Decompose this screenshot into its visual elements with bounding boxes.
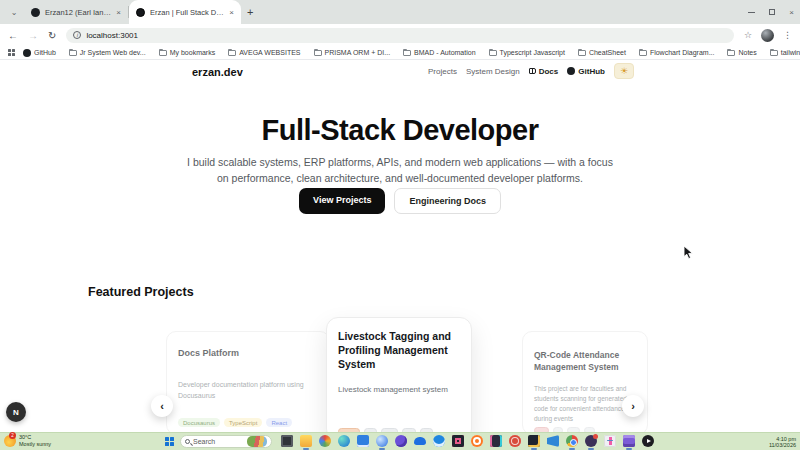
folder-icon: [727, 50, 735, 56]
bookmark-folder-typescript[interactable]: Typescript Javascript: [489, 49, 565, 56]
tag-pill: [381, 428, 398, 432]
taskbar-icon-teams[interactable]: [490, 435, 502, 447]
taskbar: 2 30°C Mostly sunny Search: [0, 432, 800, 450]
reload-button[interactable]: ↻: [48, 30, 56, 41]
carousel-prev-button[interactable]: ‹: [151, 395, 173, 417]
tab-github[interactable]: Erzan12 (Earl Ian Do) ×: [24, 0, 128, 24]
bookmark-label: GitHub: [34, 49, 56, 56]
taskbar-icon-file-explorer[interactable]: [300, 435, 312, 447]
taskbar-search-box[interactable]: Search: [180, 435, 272, 448]
bookmark-label: AVEGA WEBSITES: [239, 49, 300, 56]
bookmark-folder-my-bookmarks[interactable]: My bookmarks: [159, 49, 216, 56]
search-highlight-image: [247, 436, 267, 447]
taskbar-clock[interactable]: 4:10 pm 11/03/2026: [769, 436, 796, 450]
bookmark-label: Typescript Javascript: [500, 49, 565, 56]
profile-avatar[interactable]: [761, 29, 774, 42]
taskbar-icon-people[interactable]: [433, 435, 445, 447]
view-projects-button[interactable]: View Projects: [299, 188, 385, 214]
hero-title: Full-Stack Developer: [0, 114, 800, 147]
taskbar-icon-microsoft-store[interactable]: [357, 435, 369, 447]
engineering-docs-button[interactable]: Engineering Docs: [394, 188, 501, 214]
bookmark-folder-cheatsheet[interactable]: CheatSheet: [578, 49, 626, 56]
tab-search-chevron-icon[interactable]: ⌄: [6, 4, 22, 20]
project-card-docs-platform[interactable]: Docs Platform Developer documentation pl…: [166, 331, 330, 432]
forward-button[interactable]: →: [28, 30, 38, 41]
bookmark-folder-notes[interactable]: Notes: [727, 49, 756, 56]
featured-projects-heading: Featured Projects: [88, 285, 194, 299]
minimize-button[interactable]: [748, 12, 755, 13]
bookmark-folder-jr-system[interactable]: Jr System Web dev...: [69, 49, 146, 56]
taskbar-weather-widget[interactable]: 2 30°C Mostly sunny: [4, 434, 51, 448]
taskbar-icon-xampp[interactable]: [471, 435, 483, 447]
site-logo[interactable]: erzan.dev: [192, 66, 243, 78]
bookmark-folder-flowchart[interactable]: Flowchart Diagram...: [639, 49, 715, 56]
maximize-button[interactable]: [769, 9, 775, 15]
bookmarks-bar: GitHub Jr System Web dev... My bookmarks…: [0, 46, 800, 60]
nav-system-design[interactable]: System Design: [466, 67, 520, 76]
theme-toggle-button[interactable]: ☀: [614, 63, 634, 79]
bookmark-github[interactable]: GitHub: [23, 49, 56, 57]
browser-menu-icon[interactable]: ⋮: [783, 30, 792, 40]
nav-github[interactable]: GitHub: [567, 67, 605, 76]
taskbar-icon-photos[interactable]: [452, 435, 464, 447]
book-icon: [529, 68, 536, 74]
card-title: QR-Code Attendance Management System: [534, 350, 637, 374]
back-button[interactable]: ←: [8, 30, 18, 41]
taskbar-icon-health[interactable]: [604, 435, 616, 447]
address-bar[interactable]: i localhost:3001: [66, 28, 734, 43]
taskbar-icon-clipchamp[interactable]: [395, 435, 407, 447]
taskbar-icon-notion[interactable]: [623, 435, 635, 447]
taskbar-icon-chrome[interactable]: [566, 435, 578, 447]
taskbar-icon-opera[interactable]: [509, 435, 521, 447]
tag-pill: [420, 428, 433, 432]
taskbar-icon-copilot[interactable]: [376, 435, 388, 447]
taskbar-icon-designer[interactable]: [319, 435, 331, 447]
clock-date: 11/03/2026: [769, 442, 796, 449]
bookmark-star-icon[interactable]: ☆: [744, 30, 752, 40]
start-button[interactable]: [165, 437, 174, 446]
chat-widget-badge[interactable]: N: [6, 402, 26, 422]
bookmark-folder-prisma[interactable]: PRISMA ORM + DI...: [314, 49, 391, 56]
card-description-line1: Developer documentation platform using: [178, 380, 319, 391]
tag-pill: [364, 428, 377, 432]
bookmark-folder-avega[interactable]: AVEGA WEBSITES: [228, 49, 300, 56]
weather-condition: Mostly sunny: [19, 441, 51, 448]
apps-grid-icon[interactable]: [8, 49, 15, 56]
taskbar-icon-onedrive[interactable]: [414, 437, 426, 445]
close-button[interactable]: ×: [789, 8, 794, 17]
taskbar-icon-vscode[interactable]: [547, 435, 559, 447]
nav-projects[interactable]: Projects: [428, 67, 457, 76]
taskbar-icon-task-view[interactable]: [281, 435, 293, 447]
folder-icon: [639, 50, 647, 56]
bookmark-label: Notes: [738, 49, 756, 56]
url-text: localhost:3001: [86, 31, 138, 40]
tab-erzan-active[interactable]: Erzan | Full Stack Developer ×: [129, 0, 241, 24]
screen: ⌄ Erzan12 (Earl Ian Do) × Erzan | Full S…: [0, 0, 800, 450]
card-title: Livestock Tagging and Profiling Manageme…: [338, 329, 461, 372]
tab-close-icon[interactable]: ×: [229, 8, 234, 17]
taskbar-icon-edge[interactable]: [338, 435, 350, 447]
tab-close-icon[interactable]: ×: [116, 8, 121, 17]
folder-icon: [314, 50, 322, 56]
project-card-livestock[interactable]: Livestock Tagging and Profiling Manageme…: [326, 317, 472, 432]
bookmark-folder-tailwind[interactable]: tailwind next: [770, 49, 800, 56]
nav-docs[interactable]: Docs: [529, 67, 559, 76]
taskbar-icon-terminal[interactable]: [528, 435, 540, 447]
new-tab-button[interactable]: +: [247, 6, 253, 18]
tag-docusaurus: Docusaurus: [178, 418, 220, 427]
window-controls: ×: [748, 0, 794, 24]
taskbar-icon-media-player[interactable]: [642, 435, 654, 447]
project-card-qr-attendance[interactable]: QR-Code Attendance Management System Thi…: [522, 331, 648, 432]
site-info-icon[interactable]: i: [73, 31, 81, 39]
hero-subtitle-line1: I build scalable systems, ERP platforms,…: [0, 154, 800, 170]
bookmark-folder-bmad[interactable]: BMAD - Automation: [403, 49, 475, 56]
tag-pill: [338, 428, 360, 432]
card-description: Livestock management system: [338, 385, 461, 394]
sun-icon: ☀: [620, 66, 628, 76]
carousel-next-button[interactable]: ›: [622, 395, 644, 417]
folder-icon: [403, 50, 411, 56]
taskbar-icon-github-desktop[interactable]: [585, 435, 597, 447]
folder-icon: [159, 50, 167, 56]
hero-buttons: View Projects Engineering Docs: [0, 188, 800, 214]
card-tags: Docusaurus TypeScript React: [178, 418, 292, 427]
